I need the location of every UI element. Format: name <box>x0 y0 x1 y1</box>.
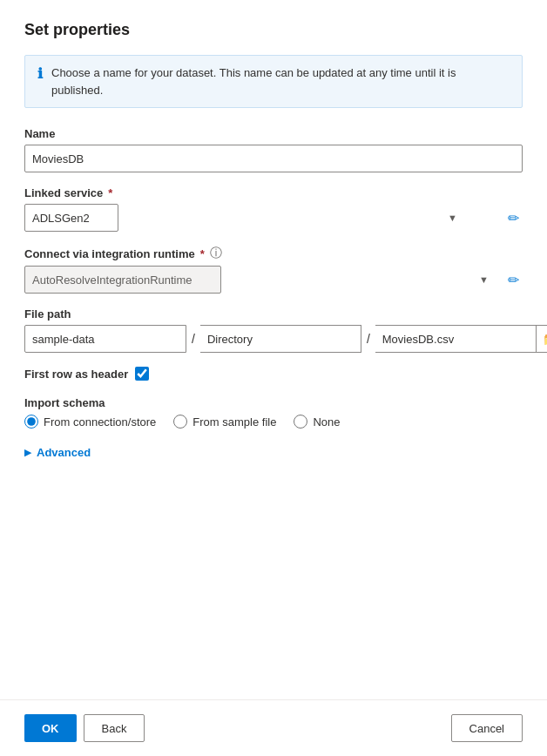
linked-service-group: Linked service * ADLSGen2 ▼ ✏ <box>24 186 523 232</box>
pencil-icon: ✏ <box>508 210 519 226</box>
schema-none-option[interactable]: None <box>294 415 340 429</box>
advanced-section[interactable]: ▶ Advanced <box>24 446 523 459</box>
info-icon: ℹ <box>37 65 43 82</box>
info-banner: ℹ Choose a name for your dataset. This n… <box>24 55 523 108</box>
file-path-container-input[interactable] <box>24 325 186 353</box>
advanced-chevron-icon: ▶ <box>24 447 31 458</box>
name-label: Name <box>24 127 523 140</box>
file-path-directory-input[interactable] <box>200 325 361 353</box>
footer: OK Back Cancel <box>0 699 547 756</box>
file-path-filename-input[interactable] <box>375 325 537 353</box>
file-path-inputs: / / 📁 ▼ <box>24 325 523 353</box>
schema-connection-radio[interactable] <box>24 415 38 429</box>
first-row-header-label: First row as header <box>24 368 128 381</box>
runtime-pencil-icon: ✏ <box>508 272 519 288</box>
linked-service-required: * <box>108 186 112 199</box>
schema-none-radio[interactable] <box>294 415 307 429</box>
page-title: Set properties <box>24 21 523 39</box>
runtime-chevron-icon: ▼ <box>479 274 489 285</box>
schema-connection-label: From connection/store <box>44 415 156 429</box>
first-row-header-group: First row as header <box>24 367 523 381</box>
linked-service-select[interactable]: ADLSGen2 <box>24 204 118 232</box>
linked-service-label: Linked service <box>24 186 103 199</box>
schema-sample-option[interactable]: From sample file <box>173 415 276 429</box>
info-banner-text: Choose a name for your dataset. This nam… <box>51 64 510 98</box>
name-field-group: Name <box>24 127 523 172</box>
schema-sample-radio[interactable] <box>173 415 187 429</box>
schema-sample-label: From sample file <box>192 415 276 429</box>
runtime-group: Connect via integration runtime * ⓘ Auto… <box>24 246 523 294</box>
name-input[interactable] <box>24 145 523 172</box>
file-path-separator-2: / <box>361 332 375 346</box>
runtime-info-icon[interactable]: ⓘ <box>210 246 222 261</box>
file-path-separator-1: / <box>186 332 200 346</box>
linked-service-edit-button[interactable]: ✏ <box>504 206 523 230</box>
folder-icon: 📁 <box>543 332 547 346</box>
linked-service-chevron-icon: ▼ <box>448 213 457 223</box>
import-schema-options: From connection/store From sample file N… <box>24 415 523 429</box>
schema-connection-option[interactable]: From connection/store <box>24 415 156 429</box>
ok-button[interactable]: OK <box>24 714 77 742</box>
import-schema-group: Import schema From connection/store From… <box>24 396 523 429</box>
back-button[interactable]: Back <box>84 714 145 742</box>
schema-none-label: None <box>313 415 340 429</box>
advanced-label: Advanced <box>37 446 91 459</box>
runtime-label: Connect via integration runtime <box>24 247 195 260</box>
runtime-required: * <box>200 247 205 260</box>
footer-left-buttons: OK Back <box>24 714 145 742</box>
cancel-button[interactable]: Cancel <box>451 714 523 742</box>
runtime-edit-button[interactable]: ✏ <box>504 268 523 292</box>
file-path-group: File path / / 📁 ▼ <box>24 307 523 353</box>
runtime-select[interactable]: AutoResolveIntegrationRuntime <box>24 266 221 294</box>
file-path-label: File path <box>24 307 523 321</box>
file-path-browse-button[interactable]: 📁 <box>537 325 547 353</box>
import-schema-label: Import schema <box>24 396 523 409</box>
first-row-header-checkbox[interactable] <box>135 367 149 381</box>
